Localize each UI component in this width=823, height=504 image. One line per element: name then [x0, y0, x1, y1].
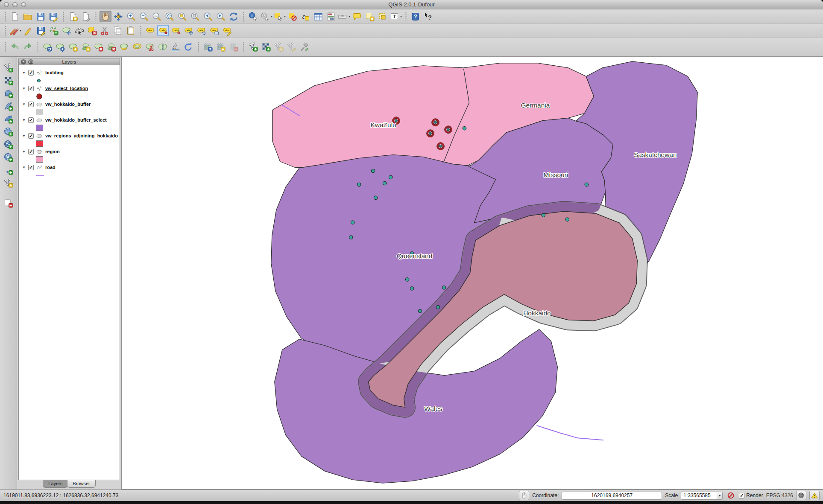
- merge-features-icon[interactable]: [157, 41, 169, 53]
- dropdown-arrow-icon[interactable]: ▾: [400, 15, 402, 18]
- composer-manager-icon[interactable]: [80, 11, 92, 22]
- add-wfs-layer-icon[interactable]: [3, 151, 15, 163]
- remove-layer-icon[interactable]: [3, 197, 15, 209]
- delete-ring-icon[interactable]: [93, 41, 105, 53]
- close-window-button[interactable]: [4, 2, 9, 7]
- expander-icon[interactable]: ▼: [22, 134, 26, 138]
- vector-tool-edit-icon[interactable]: [286, 41, 298, 53]
- add-ring-icon[interactable]: [67, 41, 79, 53]
- toggle-editing-icon[interactable]: [22, 25, 34, 36]
- map-canvas[interactable]: KwaZuluGermaniaSaskatchewanMissouriQueen…: [121, 57, 823, 489]
- layer-item-vw_hokkaido_buffer[interactable]: ▼✓vw_hokkaido_buffer: [19, 100, 120, 108]
- layer-checkbox[interactable]: ✓: [28, 70, 34, 76]
- window-titlebar[interactable]: QGIS 2.0.1-Dufour: [0, 0, 823, 9]
- expander-icon[interactable]: ▼: [22, 118, 26, 122]
- map-svg[interactable]: KwaZuluGermaniaSaskatchewanMissouriQueen…: [122, 57, 823, 489]
- add-wcs-layer-icon[interactable]: [3, 139, 15, 150]
- new-print-composer-icon[interactable]: [67, 11, 79, 22]
- layer-checkbox[interactable]: ✓: [28, 133, 34, 139]
- statistical-summary-icon[interactable]: [325, 11, 337, 22]
- layer-name[interactable]: building: [45, 70, 64, 75]
- db-export-layer-icon[interactable]: [215, 41, 227, 53]
- split-features-icon[interactable]: [144, 41, 156, 53]
- zoom-full-icon[interactable]: [164, 11, 176, 22]
- expander-icon[interactable]: ▼: [22, 150, 26, 154]
- coordinate-input[interactable]: 1620169,6940257: [562, 492, 662, 500]
- simplify-feature-icon[interactable]: [54, 41, 66, 53]
- mouse-position-icon[interactable]: [519, 491, 529, 500]
- render-checkbox-box[interactable]: ✓: [739, 493, 744, 498]
- highlight-pinned-labels-icon[interactable]: ab: [170, 25, 182, 36]
- expander-icon[interactable]: ▼: [22, 166, 26, 169]
- layer-item-building[interactable]: ▼✓building: [19, 68, 120, 77]
- expander-icon[interactable]: ▼: [22, 102, 26, 106]
- map-tips-icon[interactable]: [351, 11, 363, 22]
- zoom-window-button[interactable]: [21, 2, 26, 7]
- move-feature-icon[interactable]: [61, 25, 73, 36]
- layer-name[interactable]: vw_select_location: [45, 86, 88, 91]
- delete-part-icon[interactable]: [105, 41, 117, 53]
- redo-icon[interactable]: [22, 41, 34, 53]
- deselect-features-icon[interactable]: [287, 11, 299, 22]
- zoom-out-icon[interactable]: [138, 11, 150, 22]
- delete-selected-icon[interactable]: [86, 25, 98, 36]
- add-feature-icon[interactable]: [48, 25, 60, 36]
- minimize-window-button[interactable]: [12, 2, 18, 7]
- save-layer-edits-icon[interactable]: [35, 25, 47, 36]
- add-postgis-layer-icon[interactable]: [3, 87, 15, 99]
- cut-features-icon[interactable]: [99, 25, 111, 36]
- layer-name[interactable]: vw_hokkaido_buffer: [45, 102, 91, 107]
- save-project-as-icon[interactable]: [47, 11, 59, 22]
- layer-name[interactable]: road: [45, 165, 56, 170]
- add-mssql-layer-icon[interactable]: [3, 113, 15, 125]
- new-raster-layer-icon[interactable]: [260, 41, 272, 53]
- geometry-tools-icon[interactable]: [299, 41, 310, 53]
- refresh-map-icon[interactable]: [228, 11, 240, 22]
- offset-curve-icon[interactable]: [131, 41, 143, 53]
- paste-features-icon[interactable]: [125, 25, 137, 36]
- run-feature-action-icon[interactable]: ▾: [260, 11, 272, 22]
- show-hide-labels-icon[interactable]: abc: [208, 25, 220, 36]
- zoom-actual-size-icon[interactable]: 1:1: [151, 11, 163, 22]
- new-vector-layer-icon[interactable]: [247, 41, 259, 53]
- identify-features-icon[interactable]: i: [247, 11, 259, 22]
- scale-dropdown-icon[interactable]: ▼: [717, 492, 722, 499]
- messages-icon[interactable]: [809, 491, 820, 500]
- merge-feature-attributes-icon[interactable]: [170, 41, 182, 53]
- zoom-to-layer-icon[interactable]: [189, 11, 201, 22]
- save-project-icon[interactable]: [35, 11, 47, 22]
- layer-name[interactable]: region: [45, 149, 60, 154]
- dropdown-arrow-icon[interactable]: ▾: [271, 15, 272, 18]
- select-features-icon[interactable]: ▾: [273, 11, 286, 22]
- stop-render-icon[interactable]: [726, 491, 736, 500]
- layer-item-vw_regions_adjoining_hokkaido[interactable]: ▼✓vw_regions_adjoining_hokkaido: [19, 131, 120, 140]
- layer-checkbox[interactable]: ✓: [28, 102, 34, 107]
- layer-checkbox[interactable]: ✓: [28, 117, 34, 123]
- layer-name[interactable]: vw_regions_adjoining_hokkaido: [45, 133, 118, 138]
- whats-this-icon[interactable]: ?: [422, 11, 434, 22]
- layer-checkbox[interactable]: ✓: [28, 149, 34, 154]
- db-import-layer-icon[interactable]: [202, 41, 214, 53]
- zoom-next-icon[interactable]: [215, 11, 227, 22]
- help-contents-icon[interactable]: ?: [410, 11, 422, 22]
- rotate-label-icon[interactable]: abc: [196, 25, 208, 36]
- zoom-last-icon[interactable]: [202, 11, 214, 22]
- layer-checkbox[interactable]: ✓: [28, 86, 34, 91]
- new-project-icon[interactable]: [9, 11, 21, 22]
- scale-combo[interactable]: 1:33565585 ▼: [681, 492, 723, 500]
- select-by-expression-icon[interactable]: ε: [299, 11, 311, 22]
- expander-icon[interactable]: ▼: [22, 87, 26, 90]
- change-label-properties-icon[interactable]: abc: [221, 25, 233, 36]
- add-delimited-text-layer-icon[interactable]: ,: [3, 164, 15, 176]
- layer-checkbox[interactable]: ✓: [28, 165, 34, 170]
- expander-icon[interactable]: ▼: [22, 71, 26, 75]
- open-project-icon[interactable]: [22, 11, 34, 22]
- vector-tool-create-icon[interactable]: [273, 41, 285, 53]
- db-remove-layer-icon[interactable]: [228, 41, 240, 53]
- copy-features-icon[interactable]: [112, 25, 124, 36]
- layer-item-road[interactable]: ▼✓road: [19, 163, 120, 172]
- undo-icon[interactable]: [9, 41, 21, 53]
- node-tool-icon[interactable]: [73, 25, 85, 36]
- layer-item-vw_select_location[interactable]: ▼✓vw_select_location: [19, 84, 120, 93]
- text-annotation-icon[interactable]: T▾: [390, 11, 402, 22]
